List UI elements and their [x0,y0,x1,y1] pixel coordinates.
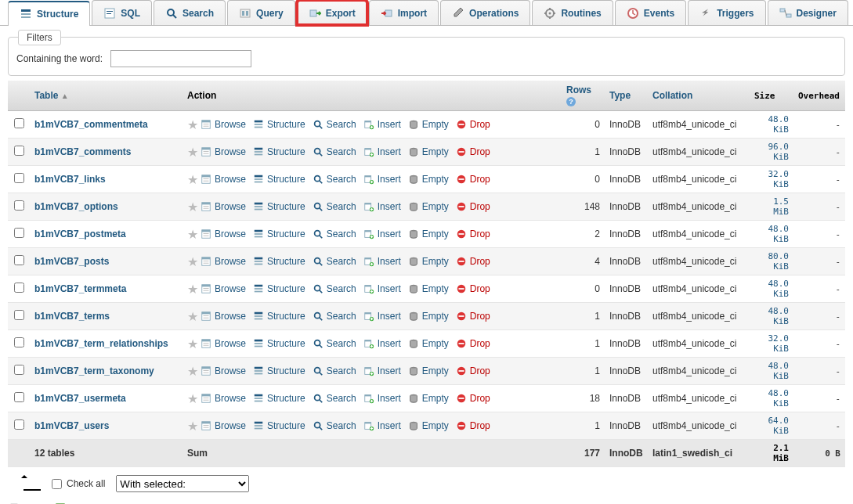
favorite-star-icon[interactable]: ★ [187,391,198,406]
insert-action[interactable]: Insert [361,173,406,185]
table-name-link[interactable]: b1mVCB7_term_taxonomy [34,365,154,376]
empty-action[interactable]: Empty [406,283,454,295]
insert-action[interactable]: Insert [361,310,406,322]
favorite-star-icon[interactable]: ★ [187,282,198,297]
empty-action[interactable]: Empty [406,365,454,377]
favorite-star-icon[interactable]: ★ [187,200,198,214]
drop-action[interactable]: Drop [454,146,495,158]
drop-action[interactable]: Drop [454,118,495,131]
table-name-link[interactable]: b1mVCB7_options [34,201,118,212]
browse-action[interactable]: Browse [198,173,251,185]
row-checkbox[interactable] [14,365,24,375]
search-action[interactable]: Search [310,283,361,295]
tab-operations[interactable]: Operations [440,0,530,25]
empty-action[interactable]: Empty [406,146,454,158]
drop-action[interactable]: Drop [454,200,495,213]
header-collation[interactable]: Collation [648,81,750,111]
with-selected-dropdown[interactable]: With selected: [116,475,249,492]
browse-action[interactable]: Browse [198,146,251,158]
row-checkbox[interactable] [14,118,24,128]
size-cell[interactable]: 48.0 KiB [750,221,793,248]
structure-action[interactable]: Structure [251,173,310,185]
insert-action[interactable]: Insert [361,419,406,432]
header-rows[interactable]: Rows ? [562,81,605,111]
filter-input[interactable] [110,50,251,67]
structure-action[interactable]: Structure [251,228,310,240]
row-checkbox[interactable] [14,337,24,347]
tab-search[interactable]: Search [154,0,226,25]
row-checkbox[interactable] [14,310,24,320]
table-name-link[interactable]: b1mVCB7_term_relationships [34,338,168,349]
browse-action[interactable]: Browse [198,365,251,377]
empty-action[interactable]: Empty [406,118,454,131]
check-all-checkbox[interactable] [52,479,62,489]
tab-import[interactable]: Import [369,0,439,25]
drop-action[interactable]: Drop [454,337,495,350]
search-action[interactable]: Search [310,392,361,405]
favorite-star-icon[interactable]: ★ [187,145,198,160]
tab-routines[interactable]: Routines [532,0,613,25]
favorite-star-icon[interactable]: ★ [187,254,198,269]
header-overhead[interactable]: Overhead [793,81,845,111]
help-icon[interactable]: ? [566,97,576,106]
browse-action[interactable]: Browse [198,118,251,131]
insert-action[interactable]: Insert [361,365,406,377]
size-cell[interactable]: 48.0 KiB [750,358,793,385]
size-cell[interactable]: 48.0 KiB [750,303,793,330]
insert-action[interactable]: Insert [361,228,406,240]
structure-action[interactable]: Structure [251,146,310,158]
browse-action[interactable]: Browse [198,255,251,268]
table-name-link[interactable]: b1mVCB7_terms [34,311,110,322]
size-cell[interactable]: 96.0 KiB [750,139,793,166]
empty-action[interactable]: Empty [406,255,454,268]
browse-action[interactable]: Browse [198,419,251,432]
row-checkbox[interactable] [14,392,24,402]
table-name-link[interactable]: b1mVCB7_postmeta [34,229,126,239]
insert-action[interactable]: Insert [361,146,406,158]
row-checkbox[interactable] [14,173,24,183]
drop-action[interactable]: Drop [454,173,495,185]
drop-action[interactable]: Drop [454,283,495,295]
search-action[interactable]: Search [310,255,361,268]
insert-action[interactable]: Insert [361,392,406,405]
search-action[interactable]: Search [310,200,361,213]
insert-action[interactable]: Insert [361,255,406,268]
size-cell[interactable]: 32.0 KiB [750,330,793,358]
row-checkbox[interactable] [14,419,24,430]
table-name-link[interactable]: b1mVCB7_users [34,420,109,431]
tab-events[interactable]: Events [615,0,686,25]
row-checkbox[interactable] [14,283,24,293]
structure-action[interactable]: Structure [251,337,310,350]
empty-action[interactable]: Empty [406,337,454,350]
drop-action[interactable]: Drop [454,228,495,240]
favorite-star-icon[interactable]: ★ [187,172,198,187]
structure-action[interactable]: Structure [251,310,310,322]
size-cell[interactable]: 80.0 KiB [750,248,793,275]
browse-action[interactable]: Browse [198,337,251,350]
browse-action[interactable]: Browse [198,310,251,322]
header-type[interactable]: Type [605,81,648,111]
size-cell[interactable]: 48.0 KiB [750,275,793,303]
drop-action[interactable]: Drop [454,255,495,268]
tab-query[interactable]: Query [227,0,295,25]
table-name-link[interactable]: b1mVCB7_posts [34,256,109,267]
size-cell[interactable]: 64.0 KiB [750,412,793,440]
search-action[interactable]: Search [310,173,361,185]
structure-action[interactable]: Structure [251,392,310,405]
header-size[interactable]: Size [750,81,793,111]
favorite-star-icon[interactable]: ★ [187,364,198,379]
table-name-link[interactable]: b1mVCB7_usermeta [34,393,126,404]
tab-triggers[interactable]: Triggers [688,0,765,25]
row-checkbox[interactable] [14,146,24,156]
structure-action[interactable]: Structure [251,255,310,268]
favorite-star-icon[interactable]: ★ [187,227,198,242]
tab-export[interactable]: Export [297,0,367,25]
structure-action[interactable]: Structure [251,200,310,213]
empty-action[interactable]: Empty [406,419,454,432]
insert-action[interactable]: Insert [361,283,406,295]
drop-action[interactable]: Drop [454,365,495,377]
tab-sql[interactable]: SQL [92,0,152,25]
empty-action[interactable]: Empty [406,228,454,240]
drop-action[interactable]: Drop [454,392,495,405]
search-action[interactable]: Search [310,337,361,350]
